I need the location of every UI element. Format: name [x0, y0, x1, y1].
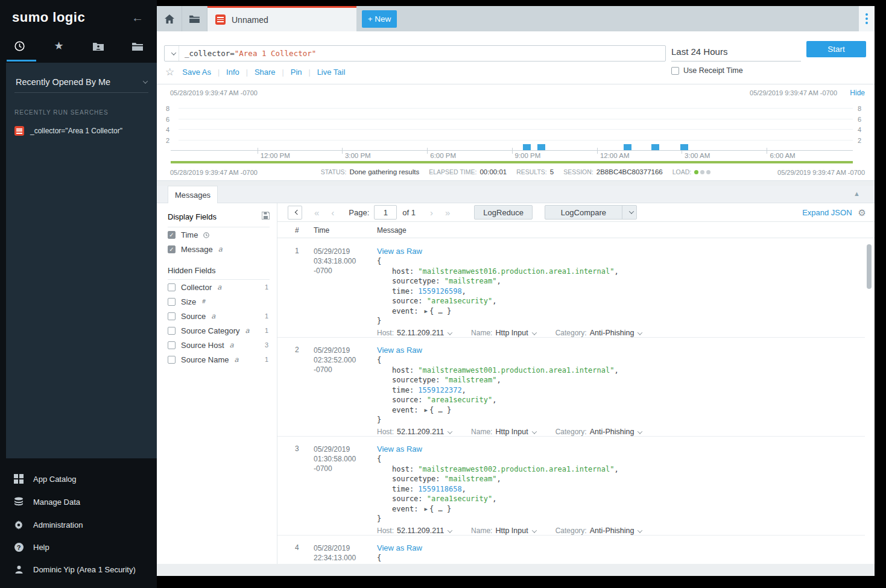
personal-folder-icon[interactable]: [79, 40, 118, 51]
checkbox-unchecked-icon[interactable]: [168, 283, 176, 291]
logcompare-chevron-icon[interactable]: [622, 206, 636, 219]
prev-page-icon[interactable]: ‹: [325, 207, 340, 218]
field-message[interactable]: ✓Messagea: [168, 242, 271, 256]
chevron-down-icon[interactable]: [638, 429, 642, 434]
histogram-bar[interactable]: [624, 144, 631, 150]
field-source-host[interactable]: Source Hosta3: [168, 338, 271, 352]
sidebar-item-manage-data[interactable]: Manage Data: [0, 490, 157, 513]
chevron-down-icon[interactable]: [531, 429, 536, 434]
meta-host[interactable]: Host:52.11.209.211: [377, 526, 452, 535]
hide-histogram-link[interactable]: Hide: [850, 89, 865, 97]
meta-name[interactable]: Name:Http Input: [471, 526, 536, 535]
gear-icon[interactable]: ⚙: [858, 207, 866, 218]
histogram-bar[interactable]: [680, 144, 688, 150]
expand-json-link[interactable]: Expand JSON: [802, 208, 852, 217]
meta-name[interactable]: Name:Http Input: [471, 329, 536, 337]
checkbox-unchecked-icon[interactable]: [168, 327, 176, 335]
view-as-raw-link[interactable]: View as Raw: [377, 444, 422, 454]
tab-messages[interactable]: Messages: [168, 186, 218, 203]
field-size[interactable]: Size#: [168, 294, 271, 309]
collapse-sidebar-icon[interactable]: ←: [131, 11, 144, 25]
results-scrollbar[interactable]: [867, 244, 872, 289]
gear-icon: [13, 520, 24, 530]
collapse-fields-button[interactable]: [288, 206, 302, 220]
meta-category[interactable]: Category:Anti-Phishing: [555, 329, 642, 337]
meta-host[interactable]: Host:52.11.209.211: [377, 428, 452, 436]
histogram-chart[interactable]: 22446688: [171, 103, 853, 151]
use-receipt-time-checkbox[interactable]: Use Receipt Time: [671, 66, 743, 75]
view-as-raw-link[interactable]: View as Raw: [377, 346, 422, 355]
kebab-menu-icon[interactable]: [859, 6, 875, 31]
row-metadata: Host:52.11.209.211Name:Http InputCategor…: [377, 329, 865, 337]
expand-triangle-icon[interactable]: ▶: [425, 308, 428, 314]
collapse-panel-icon[interactable]: ▲: [853, 190, 860, 197]
meta-category[interactable]: Category:Anti-Phishing: [555, 526, 642, 535]
chevron-down-icon[interactable]: [531, 330, 536, 335]
selected-range-bar[interactable]: [171, 161, 853, 163]
chevron-down-icon[interactable]: [531, 528, 536, 533]
chevron-down-icon[interactable]: [638, 330, 642, 335]
sidebar-item-app-catalog[interactable]: App Catalog: [0, 467, 157, 490]
new-tab-button[interactable]: + New: [362, 10, 397, 28]
chevron-down-icon[interactable]: [448, 330, 452, 335]
checkbox-checked-icon[interactable]: ✓: [168, 245, 176, 253]
checkbox-unchecked-icon[interactable]: [168, 341, 176, 349]
histogram-bar[interactable]: [537, 144, 545, 150]
info-link[interactable]: Info: [226, 68, 239, 77]
field-collector[interactable]: Collectora1: [168, 280, 271, 294]
tab-unnamed[interactable]: Unnamed: [207, 6, 356, 31]
folder-button[interactable]: [182, 6, 207, 31]
logcompare-button[interactable]: LogCompare: [545, 205, 637, 220]
home-button[interactable]: [157, 6, 182, 31]
chevron-down-icon[interactable]: [448, 429, 452, 434]
save-as-link[interactable]: Save As: [182, 68, 211, 77]
histogram-bar[interactable]: [651, 144, 659, 150]
expand-triangle-icon[interactable]: ▶: [425, 506, 428, 512]
checkbox-unchecked-icon[interactable]: [168, 312, 176, 320]
logreduce-button[interactable]: LogReduce: [474, 205, 533, 220]
chevron-down-icon[interactable]: [448, 528, 452, 533]
recent-search-item[interactable]: _collector="Area 1 Collector": [6, 123, 157, 139]
time-range-select[interactable]: Last 24 Hours: [671, 43, 801, 62]
meta-host[interactable]: Host:52.11.209.211: [377, 329, 452, 337]
checkbox-unchecked-icon[interactable]: [168, 298, 176, 306]
live-tail-link[interactable]: Live Tail: [317, 68, 346, 77]
save-fields-icon[interactable]: [262, 211, 270, 222]
recents-icon[interactable]: [1, 40, 39, 51]
sidebar-item-administration[interactable]: Administration: [0, 513, 157, 536]
recents-scope-select[interactable]: Recently Opened By Me: [6, 63, 157, 92]
view-as-raw-link[interactable]: View as Raw: [377, 543, 422, 552]
pin-link[interactable]: Pin: [291, 68, 302, 77]
sidebar-item-help[interactable]: ?Help: [0, 536, 157, 558]
start-button[interactable]: Start: [806, 41, 866, 57]
status-value: 00:00:01: [479, 168, 507, 175]
sidebar-item-dominic-yip-area-1-security[interactable]: Dominic Yip (Area 1 Security): [0, 558, 157, 581]
page-number-input[interactable]: [374, 205, 397, 220]
histogram-bar[interactable]: [523, 144, 531, 150]
field-source[interactable]: Sourcea1: [168, 309, 271, 323]
favorites-icon[interactable]: ★: [40, 39, 78, 52]
field-time[interactable]: ✓Time: [168, 227, 271, 242]
checkbox-checked-icon[interactable]: ✓: [168, 231, 176, 239]
first-page-icon[interactable]: «: [308, 207, 325, 218]
library-folder-icon[interactable]: [118, 40, 157, 51]
json-block: {host: "mailstreamwest003.production.are…: [377, 553, 865, 564]
field-source-name[interactable]: Source Namea1: [168, 352, 271, 367]
expand-triangle-icon[interactable]: ▶: [425, 407, 428, 413]
meta-category[interactable]: Category:Anti-Phishing: [555, 428, 642, 436]
next-page-icon[interactable]: ›: [424, 207, 439, 218]
share-link[interactable]: Share: [255, 68, 276, 77]
x-axis-tick: [767, 148, 767, 154]
histogram-end-time: 05/29/2019 9:39:47 AM -0700: [750, 89, 837, 96]
view-as-raw-link[interactable]: View as Raw: [377, 247, 422, 256]
checkbox-unchecked-icon[interactable]: [671, 67, 679, 75]
chevron-down-icon[interactable]: [638, 528, 642, 533]
meta-name[interactable]: Name:Http Input: [471, 428, 536, 436]
query-input[interactable]: _collector="Area 1 Collector": [164, 45, 666, 62]
last-page-icon[interactable]: »: [439, 207, 456, 218]
favorite-star-icon[interactable]: ☆: [165, 66, 174, 78]
sidebar: sumo logic ← ★ Recently Opened By Me REC…: [0, 0, 157, 588]
field-source-category[interactable]: Source Categorya1: [168, 323, 271, 338]
query-history-chevron-icon[interactable]: [165, 46, 179, 61]
checkbox-unchecked-icon[interactable]: [168, 356, 176, 364]
